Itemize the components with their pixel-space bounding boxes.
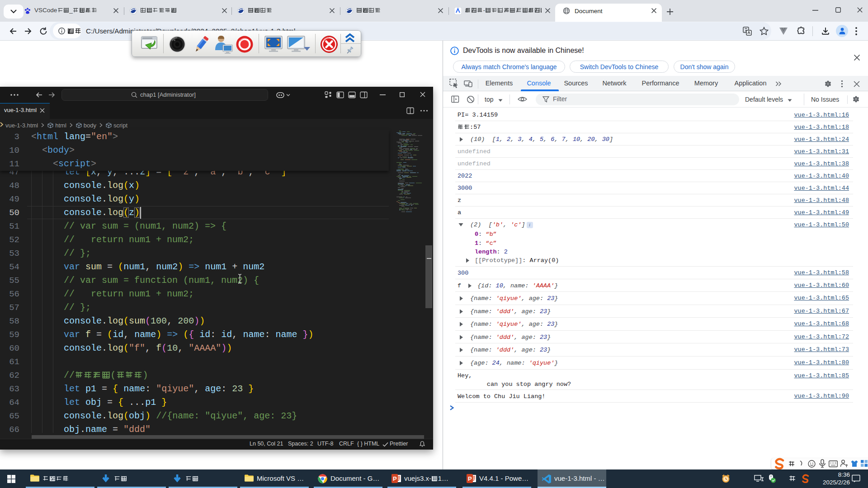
svg-text:P: P	[393, 475, 397, 482]
svg-text:P: P	[468, 475, 472, 482]
